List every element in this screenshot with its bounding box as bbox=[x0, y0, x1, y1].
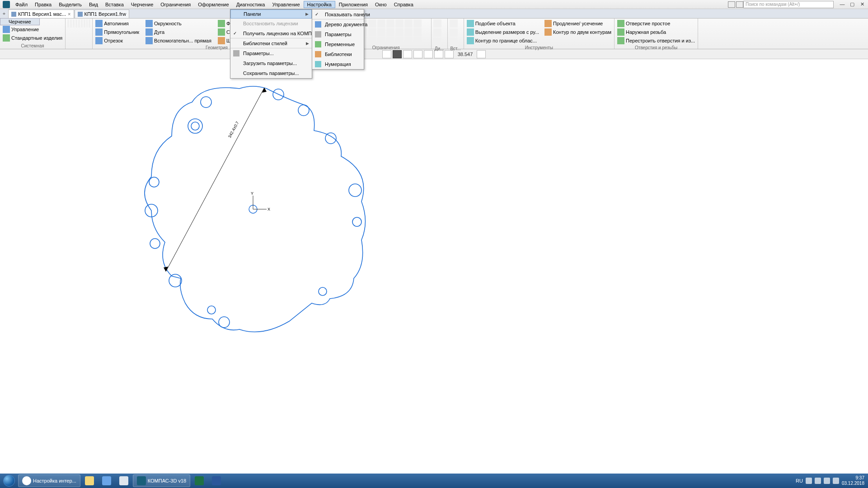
con-icon[interactable] bbox=[404, 28, 413, 36]
pb-icon[interactable] bbox=[477, 50, 486, 58]
pb-style[interactable] bbox=[393, 50, 402, 58]
con-icon[interactable] bbox=[368, 37, 376, 45]
taskbar-item-kompas[interactable]: КОМПАС-3D v18 bbox=[133, 474, 190, 487]
con-icon[interactable] bbox=[386, 37, 394, 45]
taskbar-item-word[interactable] bbox=[208, 474, 225, 487]
taskbar-item-chrome[interactable]: Настройка интер... bbox=[18, 474, 80, 487]
pb-icon[interactable] bbox=[424, 50, 433, 58]
qicon[interactable] bbox=[89, 19, 90, 28]
con-icon[interactable] bbox=[404, 19, 413, 28]
maximize-button[interactable]: ▢ bbox=[847, 1, 857, 8]
menu-file[interactable]: Файл bbox=[12, 1, 31, 8]
cmd-contour-area[interactable]: Контур по границе облас... bbox=[466, 37, 540, 45]
doc-tab-0[interactable]: КПП1 Версия1 мас... × bbox=[8, 9, 74, 18]
doc-tab-1[interactable]: КПП1 Версия1.frw bbox=[75, 9, 129, 18]
cmd-segment[interactable]: Отрезок bbox=[94, 37, 140, 45]
con-icon[interactable] bbox=[413, 19, 422, 28]
qicon[interactable] bbox=[73, 19, 75, 28]
drawing-canvas[interactable]: X Y 342.4±0.7 bbox=[0, 59, 868, 474]
con-icon[interactable] bbox=[413, 28, 422, 36]
tray-icon[interactable] bbox=[806, 478, 812, 484]
con-icon[interactable] bbox=[404, 37, 413, 45]
command-search-input[interactable]: Поиск по командам (Alt+/) bbox=[743, 1, 834, 8]
con-icon[interactable] bbox=[386, 28, 394, 36]
menu-item-numbering[interactable]: Нумерация bbox=[312, 59, 364, 69]
cmd-auxline[interactable]: Вспомогательн... прямая bbox=[145, 37, 212, 45]
menu-design[interactable]: Оформление bbox=[194, 1, 232, 8]
menu-drafting[interactable]: Черчение bbox=[127, 1, 157, 8]
qicon[interactable] bbox=[81, 19, 83, 28]
minimize-button[interactable]: — bbox=[837, 1, 847, 8]
pb-icon[interactable] bbox=[403, 50, 412, 58]
ribbon-context-tab[interactable]: Черчение bbox=[0, 18, 40, 25]
con-icon[interactable] bbox=[395, 37, 404, 45]
titlebar-icon-2[interactable] bbox=[736, 1, 743, 8]
menu-select[interactable]: Выделить bbox=[55, 1, 85, 8]
menu-manage[interactable]: Управление bbox=[268, 1, 303, 8]
menu-item-style-libs[interactable]: Библиотеки стилей▶ bbox=[230, 38, 312, 48]
menu-help[interactable]: Справка bbox=[390, 1, 417, 8]
taskbar-item-excel[interactable] bbox=[191, 474, 207, 487]
con-icon[interactable] bbox=[395, 19, 404, 28]
con-icon[interactable] bbox=[368, 19, 376, 28]
con-icon[interactable] bbox=[368, 28, 376, 36]
menu-item-libraries[interactable]: Библиотеки bbox=[312, 49, 364, 59]
menu-item-show-panels[interactable]: ✓Показывать панели bbox=[312, 9, 364, 19]
titlebar-icon-1[interactable] bbox=[728, 1, 735, 8]
con-icon[interactable] bbox=[377, 19, 385, 28]
start-button[interactable] bbox=[0, 474, 18, 488]
dim-icon[interactable] bbox=[433, 19, 441, 28]
cmd-rebuild-holes[interactable]: Перестроить отверстия и из... bbox=[616, 37, 696, 45]
close-tab-icon[interactable]: × bbox=[68, 11, 70, 17]
cmd-manage[interactable]: Управление bbox=[2, 25, 63, 33]
menu-settings[interactable]: Настройка bbox=[304, 1, 335, 8]
dim-icon[interactable] bbox=[433, 38, 441, 46]
cmd-similar[interactable]: Подобие объекта bbox=[466, 19, 540, 28]
cmd-std-parts[interactable]: Стандартные изделия bbox=[2, 34, 63, 42]
cmd-arc[interactable]: Дуга bbox=[145, 28, 212, 36]
menu-item-variables[interactable]: Переменные bbox=[312, 39, 364, 49]
menu-edit[interactable]: Правка bbox=[31, 1, 55, 8]
close-button[interactable]: ✕ bbox=[857, 1, 867, 8]
ins-icon[interactable] bbox=[450, 28, 458, 37]
cmd-thread[interactable]: Наружная резьба bbox=[616, 28, 696, 36]
qicon[interactable] bbox=[70, 19, 72, 28]
new-tab-button[interactable]: + bbox=[0, 10, 8, 18]
dim-icon[interactable] bbox=[433, 28, 441, 37]
menu-item-parameters[interactable]: Параметры... bbox=[230, 48, 312, 58]
pb-icon[interactable] bbox=[413, 50, 422, 58]
con-icon[interactable] bbox=[395, 28, 404, 36]
menu-item-panels[interactable]: Панели▶ bbox=[230, 9, 312, 19]
qicon[interactable] bbox=[86, 19, 88, 28]
con-icon[interactable] bbox=[413, 37, 422, 45]
menu-view[interactable]: Вид bbox=[85, 1, 102, 8]
con-icon[interactable] bbox=[377, 37, 385, 45]
taskbar-item-store[interactable] bbox=[99, 474, 115, 487]
qicon[interactable] bbox=[67, 19, 69, 28]
menu-insert[interactable]: Вставка bbox=[102, 1, 127, 8]
con-icon[interactable] bbox=[386, 19, 394, 28]
menu-item-load-params[interactable]: Загрузить параметры... bbox=[230, 58, 312, 68]
ins-icon[interactable] bbox=[450, 38, 458, 46]
menu-item-get-license[interactable]: ✓Получить лицензию на КОМПАС-3D bbox=[230, 28, 312, 38]
cmd-autoline[interactable]: Автолиния bbox=[94, 19, 140, 28]
qicon[interactable] bbox=[84, 19, 85, 28]
taskbar-item-explorer[interactable] bbox=[81, 474, 98, 487]
menu-window[interactable]: Окно bbox=[371, 1, 390, 8]
cmd-extend-trim[interactable]: Продление/ усечение bbox=[544, 19, 612, 28]
cmd-rect[interactable]: Прямоугольник bbox=[94, 28, 140, 36]
tray-lang[interactable]: RU bbox=[796, 478, 803, 483]
menu-diag[interactable]: Диагностика bbox=[233, 1, 269, 8]
cmd-sel-dims[interactable]: Выделение размеров с ру... bbox=[466, 28, 540, 36]
menu-item-doc-tree[interactable]: Дерево документа bbox=[312, 19, 364, 29]
menu-item-save-params[interactable]: Сохранить параметры... bbox=[230, 68, 312, 78]
tray-network-icon[interactable] bbox=[824, 478, 830, 484]
qicon[interactable] bbox=[75, 19, 77, 28]
qicon[interactable] bbox=[78, 19, 80, 28]
cmd-circle[interactable]: Окружность bbox=[145, 19, 212, 28]
pb-icon[interactable] bbox=[382, 50, 391, 58]
tray-flag-icon[interactable] bbox=[815, 478, 821, 484]
cmd-contour-2[interactable]: Контур по двум контурам bbox=[544, 28, 612, 36]
cmd-hole-simple[interactable]: Отверстие простое bbox=[616, 19, 696, 28]
tray-clock[interactable]: 9:37 03.12.2018 bbox=[842, 475, 864, 486]
